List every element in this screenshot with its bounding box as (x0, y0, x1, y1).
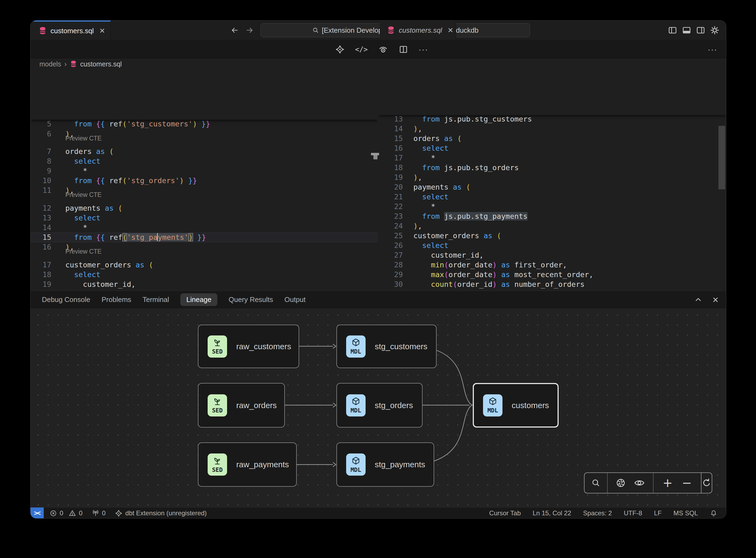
code-line: 19 customer_id, (30, 280, 378, 289)
refresh-icon[interactable] (701, 478, 712, 488)
more-actions-icon[interactable]: ··· (418, 45, 428, 54)
ports-status[interactable]: 0 (92, 509, 106, 517)
compiled-code-icon[interactable]: </> (355, 45, 368, 53)
lineage-canvas[interactable]: SEDraw_customersMDLstg_customersSEDraw_o… (30, 308, 726, 507)
code-line: 13 select (30, 213, 378, 223)
gear-icon[interactable] (710, 25, 720, 35)
dbt-icon[interactable] (335, 45, 345, 54)
line-number: 17 (30, 260, 51, 270)
bell-icon[interactable] (710, 509, 718, 517)
toggle-sidebar-right-icon[interactable] (696, 25, 705, 35)
code-line: 13 from js.pub.stg_customers (378, 114, 726, 124)
search-icon[interactable] (591, 478, 601, 488)
node-label: raw_customers (236, 342, 291, 351)
panel-tab-debug-console[interactable]: Debug Console (42, 296, 90, 304)
right-editor-scrollbar-thumb[interactable] (719, 126, 725, 189)
badge-type-label: MDL (487, 407, 498, 414)
zoom-out-icon[interactable]: − (682, 477, 692, 489)
node-label: stg_customers (375, 342, 427, 351)
line-number: 21 (378, 192, 403, 202)
more-actions-icon[interactable]: ··· (708, 45, 718, 54)
dbt-extension-label: dbt Extension (unregistered) (125, 509, 207, 517)
toggle-sidebar-left-icon[interactable] (668, 25, 677, 35)
seed-badge: SED (208, 335, 227, 358)
left-editor-scrollbar-thumb[interactable] (371, 153, 379, 155)
lineage-refresh-segment (701, 473, 712, 493)
seedling-icon (212, 338, 222, 348)
editor-actions-right: ··· (708, 40, 718, 59)
code-line: 14 * (30, 223, 378, 232)
split-editor-icon[interactable] (398, 45, 408, 54)
problems-status[interactable]: 0 0 (50, 509, 83, 517)
line-number: 10 (30, 176, 51, 185)
code-line: 29 max(order_date) as most_recent_order, (378, 270, 726, 280)
preview-cte-lens[interactable]: Preview CTE (66, 191, 102, 199)
line-number: 17 (378, 153, 403, 163)
dbt-extension-status[interactable]: dbt Extension (unregistered) (115, 509, 207, 517)
remote-indicator[interactable]: >< (30, 507, 44, 519)
lineage-zoom-segment: + − (653, 473, 701, 493)
maximize-panel-icon[interactable] (694, 296, 702, 304)
lineage-node-stg_payments[interactable]: MDLstg_payments (336, 442, 434, 487)
close-tab-icon[interactable]: ✕ (99, 27, 105, 35)
status-item-ln-15-col-22[interactable]: Ln 15, Col 22 (533, 509, 571, 517)
status-item-lf[interactable]: LF (654, 509, 661, 517)
preview-eye-icon[interactable] (378, 44, 388, 55)
line-number: 20 (378, 182, 403, 192)
close-tab-icon[interactable]: ✕ (447, 26, 453, 34)
eye-icon[interactable] (634, 477, 645, 488)
lineage-node-raw_payments[interactable]: SEDraw_payments (198, 442, 297, 487)
lineage-node-raw_orders[interactable]: SEDraw_orders (198, 383, 285, 428)
left-editor-scroll-marker[interactable] (373, 155, 377, 159)
tab-customers-sql-right[interactable]: customers.sql ✕ (380, 21, 456, 40)
preview-cte-lens[interactable]: Preview CTE (66, 134, 102, 143)
line-number: 26 (378, 240, 403, 250)
code-line: 16 select (378, 144, 726, 153)
lineage-node-raw_customers[interactable]: SEDraw_customers (198, 325, 299, 368)
error-icon (50, 510, 57, 517)
panel-tab-terminal[interactable]: Terminal (142, 296, 169, 304)
badge-type-label: SED (212, 466, 223, 473)
line-number: 5 (30, 119, 51, 129)
zoom-in-icon[interactable]: + (662, 477, 673, 489)
line-number: 27 (378, 250, 403, 260)
toggle-panel-icon[interactable] (682, 25, 692, 35)
model-badge: MDL (346, 394, 366, 416)
code-editor-right[interactable]: 13 from js.pub.stg_customers14),15orders… (378, 59, 726, 290)
warning-icon (69, 509, 76, 517)
line-number: 13 (378, 114, 403, 124)
preview-cte-lens[interactable]: Preview CTE (66, 247, 102, 256)
code-line: 9 * (30, 166, 378, 176)
lineage-node-stg_orders[interactable]: MDLstg_orders (336, 383, 422, 428)
lineage-node-customers[interactable]: MDLcustomers (473, 383, 558, 428)
line-number: 9 (30, 166, 51, 176)
sticky-scroll-header[interactable] (30, 108, 378, 120)
forward-arrow-icon[interactable] (245, 26, 254, 35)
line-number: 13 (30, 213, 51, 223)
title-bar: [Extension Development Host] jaffle_shop… (30, 21, 726, 40)
status-item-utf-8[interactable]: UTF-8 (624, 509, 642, 517)
panel-tab-output[interactable]: Output (285, 296, 306, 304)
code-line: 18 select (30, 270, 378, 280)
node-label: raw_orders (236, 401, 277, 410)
sticky-scroll-header[interactable] (378, 59, 726, 115)
panel-tab-lineage[interactable]: Lineage (180, 293, 217, 306)
panel-tab-query-results[interactable]: Query Results (229, 296, 273, 304)
status-item-cursor-tab[interactable]: Cursor Tab (489, 509, 521, 517)
line-number: 14 (30, 223, 51, 232)
line-number: 22 (378, 202, 403, 211)
close-panel-icon[interactable] (711, 296, 720, 304)
status-item-spaces-2[interactable]: Spaces: 2 (583, 509, 612, 517)
dbt-icon (115, 509, 123, 517)
code-line: 28 min(order_date) as first_order, (378, 260, 726, 270)
lineage-node-stg_customers[interactable]: MDLstg_customers (336, 325, 437, 368)
seed-badge: SED (208, 394, 227, 416)
back-arrow-icon[interactable] (230, 26, 239, 35)
status-item-ms-sql[interactable]: MS SQL (673, 509, 698, 517)
line-number: 23 (378, 211, 403, 221)
tab-customers-sql-left[interactable]: customers.sql ✕ (30, 21, 111, 40)
code-editor-left[interactable]: 5 from {{ ref('stg_customers') }}6),7ord… (30, 59, 378, 290)
line-number: 18 (30, 270, 51, 280)
aperture-icon[interactable] (616, 478, 626, 488)
panel-tab-problems[interactable]: Problems (102, 296, 131, 304)
